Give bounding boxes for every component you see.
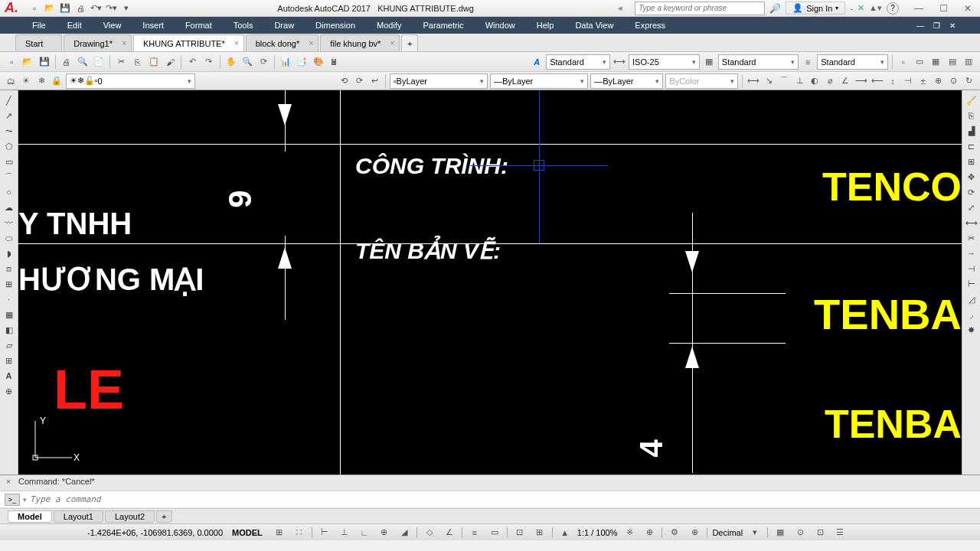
vp4-icon[interactable]: ▤ xyxy=(945,54,959,70)
dim-inspect-icon[interactable]: ⊙ xyxy=(947,73,960,89)
iso-icon[interactable]: ◢ xyxy=(397,526,412,540)
table-icon[interactable]: ⊞ xyxy=(2,354,17,367)
vp3-icon[interactable]: ▦ xyxy=(929,54,942,70)
search-icon[interactable]: 🔎 xyxy=(769,3,781,14)
plot-icon[interactable]: 🖨 xyxy=(60,54,74,70)
ann-vis-icon[interactable]: ※ xyxy=(622,526,637,540)
ann-auto-icon[interactable]: ⊕ xyxy=(642,526,657,540)
polygon-icon[interactable]: ⬠ xyxy=(2,139,17,153)
lwt-icon[interactable]: ≡ xyxy=(467,526,482,540)
dim-style-icon[interactable]: ⟷ xyxy=(612,54,626,70)
table-style-icon[interactable]: ▦ xyxy=(702,54,716,70)
menu-express[interactable]: Express xyxy=(624,21,676,30)
dim-tol-icon[interactable]: ± xyxy=(916,73,929,89)
array-icon[interactable]: ⊞ xyxy=(964,155,979,168)
menu-dataview[interactable]: Data View xyxy=(564,21,624,30)
scale-readout[interactable]: 1:1 / 100% xyxy=(577,528,618,537)
cmd-close-icon[interactable]: × xyxy=(3,477,14,486)
calc-icon[interactable]: 🖩 xyxy=(328,54,341,70)
dim-space-icon[interactable]: ↕ xyxy=(887,73,900,89)
menu-parametric[interactable]: Parametric xyxy=(412,21,474,30)
mirror-icon[interactable]: ▟ xyxy=(964,124,979,138)
color-combo[interactable]: ▫ ByLayer xyxy=(390,73,488,89)
menu-draw[interactable]: Draw xyxy=(263,21,305,30)
open-icon[interactable]: 📂 xyxy=(21,54,34,70)
plotstyle-combo[interactable]: ByColor xyxy=(665,73,738,89)
close-icon[interactable]: × xyxy=(309,39,313,47)
mon-icon[interactable]: ⊕ xyxy=(687,526,702,540)
tab-drawing1[interactable]: Drawing1*× xyxy=(64,34,132,51)
dim-ang-icon[interactable]: ∠ xyxy=(839,73,852,89)
iso-clean-icon[interactable]: ⊡ xyxy=(812,526,828,540)
layout-2[interactable]: Layout2 xyxy=(105,510,155,523)
vp5-icon[interactable]: ▥ xyxy=(962,54,975,70)
cut-icon[interactable]: ✂ xyxy=(114,54,128,70)
menu-edit[interactable]: Edit xyxy=(57,21,93,30)
units-readout[interactable]: Decimal xyxy=(712,528,743,537)
dim-update-icon[interactable]: ↻ xyxy=(962,73,975,89)
ellipsearc-icon[interactable]: ◗ xyxy=(2,246,17,260)
menu-help[interactable]: Help xyxy=(526,21,565,30)
menu-window[interactable]: Window xyxy=(475,21,526,30)
spline-icon[interactable]: 〰 xyxy=(2,216,17,230)
qv-icon[interactable]: ▦ xyxy=(773,526,788,540)
qp-icon[interactable]: ⊡ xyxy=(512,526,528,540)
linetype-combo[interactable]: — ByLayer xyxy=(490,73,588,89)
ml-style-combo[interactable]: Standard xyxy=(817,54,888,70)
close-button[interactable]: ✕ xyxy=(960,3,975,14)
tab-block-dong[interactable]: block dong*× xyxy=(246,34,319,51)
new-icon[interactable]: ▫ xyxy=(28,2,41,15)
point-icon[interactable]: · xyxy=(2,292,17,306)
tab-start[interactable]: Start xyxy=(15,34,62,51)
menu-insert[interactable]: Insert xyxy=(132,21,175,30)
undo-icon[interactable]: ↶▾ xyxy=(89,2,103,15)
addselected-icon[interactable]: ⊕ xyxy=(2,384,17,398)
props-icon[interactable]: 📊 xyxy=(279,54,292,70)
ml-style-icon[interactable]: ≡ xyxy=(801,54,815,70)
paste-icon[interactable]: 📋 xyxy=(147,54,161,70)
minimize-button[interactable]: — xyxy=(911,3,926,14)
zoom-icon[interactable]: 🔍 xyxy=(240,54,254,70)
layer-sun-icon[interactable]: ☀ xyxy=(20,73,33,89)
osnap-icon[interactable]: ◇ xyxy=(422,526,437,540)
rotate-icon[interactable]: ⟳ xyxy=(964,185,979,199)
polar-icon[interactable]: ⊕ xyxy=(377,526,392,540)
menu-format[interactable]: Format xyxy=(175,21,223,30)
move-icon[interactable]: ✥ xyxy=(964,170,979,184)
sc-icon[interactable]: ⊞ xyxy=(532,526,547,540)
save-icon[interactable]: 💾 xyxy=(58,2,72,15)
qat-more-icon[interactable]: ▾ xyxy=(119,2,133,15)
search-input[interactable] xyxy=(635,2,765,15)
copy-icon[interactable]: ⎘ xyxy=(964,109,979,122)
layer-freeze-icon[interactable]: ❄ xyxy=(35,73,48,89)
orbit-icon[interactable]: ⟳ xyxy=(256,54,270,70)
rectangle-icon[interactable]: ▭ xyxy=(2,155,17,168)
tab-file-khung[interactable]: file khung bv*× xyxy=(320,34,400,51)
close-icon[interactable]: × xyxy=(122,39,126,47)
insert-icon[interactable]: ⧈ xyxy=(2,262,17,276)
dim-center-icon[interactable]: ⊕ xyxy=(932,73,945,89)
model-button[interactable]: MODEL xyxy=(227,528,267,537)
open-icon[interactable]: 📂 xyxy=(43,2,57,15)
layout-1[interactable]: Layout1 xyxy=(54,510,103,523)
extend-icon[interactable]: → xyxy=(964,246,979,260)
command-input[interactable] xyxy=(30,494,975,504)
layer-manager-icon[interactable]: 🗂 xyxy=(5,73,18,89)
add-layout-button[interactable]: + xyxy=(156,510,172,523)
dim-arc-icon[interactable]: ⌒ xyxy=(778,73,791,89)
infer-icon[interactable]: ⊢ xyxy=(317,526,332,540)
doc-restore-button[interactable]: ❐ xyxy=(930,21,943,30)
dim-base-icon[interactable]: ⟵ xyxy=(871,73,884,89)
dim-aligned-icon[interactable]: ↘ xyxy=(763,73,776,89)
region-icon[interactable]: ▱ xyxy=(2,338,17,352)
join-icon[interactable]: ⊢ xyxy=(964,277,979,291)
close-icon[interactable]: × xyxy=(234,39,239,47)
menu-file[interactable]: File xyxy=(21,21,57,30)
offset-icon[interactable]: ⊏ xyxy=(964,139,979,153)
circle-icon[interactable]: ○ xyxy=(2,185,17,199)
menu-tools[interactable]: Tools xyxy=(223,21,264,30)
lineweight-combo[interactable]: — ByLayer xyxy=(590,73,663,89)
doc-close-button[interactable]: ✕ xyxy=(946,21,959,30)
layer-combo[interactable]: ☀❄🔓▫ 0 xyxy=(66,73,196,89)
hw-icon[interactable]: ⊙ xyxy=(792,526,808,540)
